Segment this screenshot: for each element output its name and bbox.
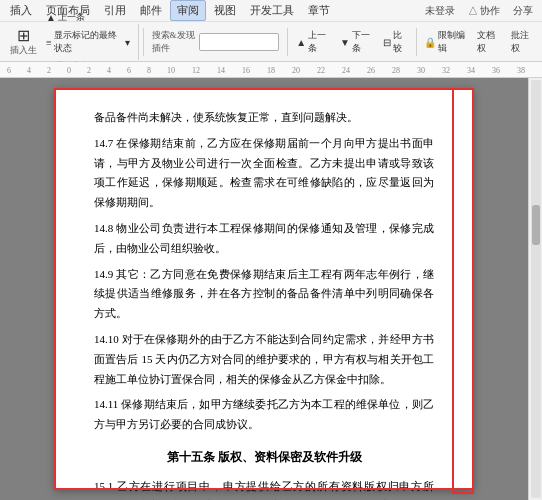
clause-15-1: 15.1 乙方在进行项目中，申方提供给乙方的所有资料版权归申方所有，未经申方同意… bbox=[94, 477, 434, 500]
doc-rights-btn[interactable]: 文档权 bbox=[473, 27, 504, 57]
menu-dev-tools[interactable]: 开发工具 bbox=[244, 1, 300, 20]
doc-page: 备品备件尚未解决，使系统恢复正常，直到问题解决。 14.7 在保修期结束前，乙方… bbox=[54, 88, 474, 490]
menu-review[interactable]: 审阅 bbox=[170, 0, 206, 21]
ruler-num-20: 34 bbox=[467, 66, 475, 75]
toolbar-area: 插入 页面布局 引用 邮件 审阅 视图 开发工具 章节 未登录 △ 协作 分享 … bbox=[0, 0, 542, 62]
prev-result-icon: ▲ bbox=[296, 37, 306, 48]
doc-container[interactable]: 备品备件尚未解决，使系统恢复正常，直到问题解决。 14.7 在保修期结束前，乙方… bbox=[0, 78, 528, 500]
prev-btn[interactable]: ▲ 上一条 bbox=[42, 9, 134, 26]
sep2 bbox=[287, 28, 288, 56]
menu-mail[interactable]: 邮件 bbox=[134, 1, 168, 20]
restrict-icon: 🔒 bbox=[424, 37, 436, 48]
ruler-marks: 6 4 2 0 2 4 6 8 10 12 14 16 18 20 22 24 … bbox=[2, 62, 540, 77]
ruler-num-4: 2 bbox=[87, 66, 91, 75]
show-markup-btn[interactable]: ≡ 显示标记的最终状态 ▾ bbox=[42, 27, 134, 57]
ribbon-group-insert: ⊞ 插入生 ▲ 上一条 ≡ 显示标记的最终状态 ▾ ⊞ 显示标记· bbox=[4, 24, 139, 60]
ruler-num-19: 32 bbox=[442, 66, 450, 75]
ruler-num-22: 38 bbox=[517, 66, 525, 75]
prev-icon: ▲ bbox=[46, 12, 56, 23]
insert-label: 插入生 bbox=[10, 44, 37, 57]
sep1 bbox=[143, 28, 144, 56]
intro-clause: 备品备件尚未解决，使系统恢复正常，直到问题解决。 bbox=[94, 108, 434, 128]
search-label: 搜索&发现插件 bbox=[152, 29, 198, 55]
restrict-label: 限制编辑 bbox=[438, 29, 467, 55]
ruler-num-0: 6 bbox=[7, 66, 11, 75]
next-result-label: 下一条 bbox=[352, 29, 374, 55]
clause-14-9: 14.9 其它：乙方同意在免费保修期结束后主工程有两年志年例行，继续提供适当维修… bbox=[94, 265, 434, 324]
ruler-num-3: 0 bbox=[67, 66, 71, 75]
ruler-num-5: 4 bbox=[107, 66, 111, 75]
right-scrollbar-panel[interactable] bbox=[528, 78, 542, 500]
top-right-buttons: 未登录 △ 协作 分享 bbox=[420, 3, 539, 19]
share-button[interactable]: 分享 bbox=[508, 3, 538, 19]
ruler-num-15: 24 bbox=[342, 66, 350, 75]
clause-14-8: 14.8 物业公司负责进行本工程保修期间的保修通知及管理，保修完成后，由物业公司… bbox=[94, 219, 434, 259]
restrict-edit-btn[interactable]: 🔒 限制编辑 bbox=[420, 27, 471, 57]
ribbon-bar: ⊞ 插入生 ▲ 上一条 ≡ 显示标记的最终状态 ▾ ⊞ 显示标记· bbox=[0, 22, 542, 62]
main-area: 备品备件尚未解决，使系统恢复正常，直到问题解决。 14.7 在保修期结束前，乙方… bbox=[0, 78, 542, 500]
markup-label: 显示标记的最终状态 bbox=[54, 29, 123, 55]
ribbon-right-buttons: ▲ 上一条 ▼ 下一条 ⊟ 比较 🔒 限制编辑 文档权 批注权 bbox=[292, 27, 538, 57]
ruler: 6 4 2 0 2 4 6 8 10 12 14 16 18 20 22 24 … bbox=[0, 62, 542, 78]
clause-14-10: 14.10 对于在保修期外的由于乙方不能达到合同约定需求，并经甲方书面置告后 1… bbox=[94, 330, 434, 389]
menu-view[interactable]: 视图 bbox=[208, 1, 242, 20]
ruler-num-8: 10 bbox=[167, 66, 175, 75]
next-result-btn[interactable]: ▼ 下一条 bbox=[336, 27, 378, 57]
prev-label: 上一条 bbox=[58, 11, 85, 24]
compare-icon: ⊟ bbox=[383, 37, 391, 48]
clause-14-7: 14.7 在保修期结束前，乙方应在保修期届前一个月向甲方提出书面申请，与甲方及物… bbox=[94, 134, 434, 213]
ruler-num-18: 30 bbox=[417, 66, 425, 75]
compare-label: 比较 bbox=[393, 29, 407, 55]
scrollbar-thumb[interactable] bbox=[532, 205, 540, 245]
menu-insert[interactable]: 插入 bbox=[4, 1, 38, 20]
prev-result-btn[interactable]: ▲ 上一条 bbox=[292, 27, 334, 57]
sign-in-button[interactable]: 未登录 bbox=[420, 3, 460, 19]
ruler-num-1: 4 bbox=[27, 66, 31, 75]
doc-text: 备品备件尚未解决，使系统恢复正常，直到问题解决。 14.7 在保修期结束前，乙方… bbox=[94, 108, 434, 500]
next-result-icon: ▼ bbox=[340, 37, 350, 48]
menu-chapter[interactable]: 章节 bbox=[302, 1, 336, 20]
ruler-num-7: 8 bbox=[147, 66, 151, 75]
ruler-num-2: 2 bbox=[47, 66, 51, 75]
ruler-num-14: 22 bbox=[317, 66, 325, 75]
ruler-num-17: 28 bbox=[392, 66, 400, 75]
comment-rights-label: 批注权 bbox=[511, 29, 534, 55]
section-15-title: 第十五条 版权、资料保密及软件升级 bbox=[94, 447, 434, 469]
clause-14-11: 14.11 保修期结束后，如甲方继续委托乙方为本工程的维保单位，则乙方与甲方另订… bbox=[94, 395, 434, 435]
collaborate-button[interactable]: △ 协作 bbox=[463, 3, 506, 19]
insert-icon: ⊞ bbox=[17, 28, 30, 44]
sep3 bbox=[416, 28, 417, 56]
ruler-num-13: 20 bbox=[292, 66, 300, 75]
insert-btn[interactable]: ⊞ 插入生 bbox=[8, 26, 40, 59]
ribbon-group-search: 搜索&发现插件 bbox=[148, 24, 284, 60]
ruler-num-6: 6 bbox=[127, 66, 131, 75]
scrollbar-track[interactable] bbox=[531, 80, 541, 498]
compare-btn[interactable]: ⊟ 比较 bbox=[379, 27, 411, 57]
ruler-num-21: 36 bbox=[492, 66, 500, 75]
comment-rights-btn[interactable]: 批注权 bbox=[507, 27, 538, 57]
ruler-num-11: 16 bbox=[242, 66, 250, 75]
dropdown-icon: ▾ bbox=[125, 37, 130, 48]
doc-rights-label: 文档权 bbox=[477, 29, 500, 55]
prev-result-label: 上一条 bbox=[308, 29, 330, 55]
markup-icon: ≡ bbox=[46, 37, 52, 48]
search-input[interactable] bbox=[199, 33, 279, 51]
ruler-num-9: 12 bbox=[192, 66, 200, 75]
ruler-num-12: 18 bbox=[267, 66, 275, 75]
ruler-num-10: 14 bbox=[217, 66, 225, 75]
ruler-num-16: 26 bbox=[367, 66, 375, 75]
